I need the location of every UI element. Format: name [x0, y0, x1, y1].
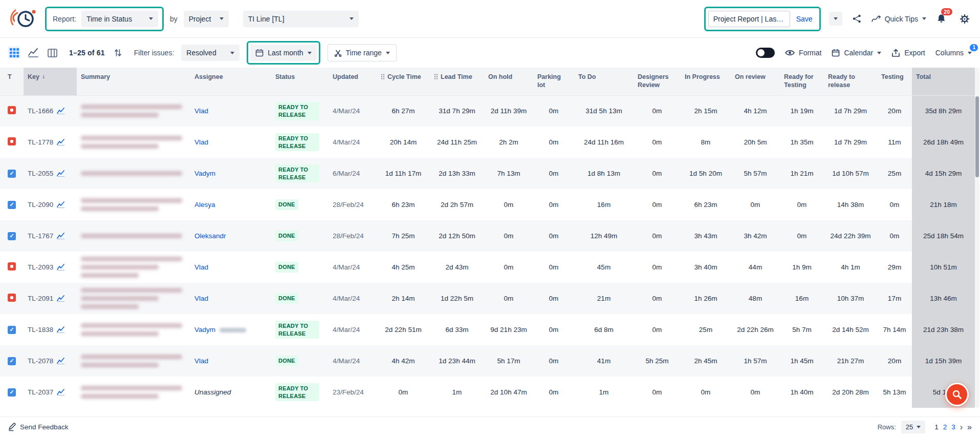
issue-key[interactable]: TL-2055 — [28, 170, 53, 177]
col-in-progress[interactable]: In Progress — [681, 68, 731, 95]
issue-type-cell — [0, 127, 24, 158]
status-lozenge: DONE — [275, 231, 298, 241]
format-button[interactable]: Format — [785, 49, 821, 57]
redacted-text-line — [81, 171, 182, 176]
time-cell: 0m — [533, 283, 574, 314]
issue-key[interactable]: TL-1666 — [28, 107, 53, 115]
toggle-knob — [757, 49, 765, 56]
last-page-button[interactable]: » — [967, 423, 972, 431]
issue-chart-icon[interactable] — [57, 264, 65, 270]
updated-cell: 4/Mar/24 — [329, 252, 377, 283]
assignee-link[interactable]: Vlad — [194, 357, 208, 365]
time-cell: 12h 49m — [574, 220, 634, 252]
time-cell: 2d 13h 33m — [430, 158, 484, 189]
issue-key[interactable]: TL-1778 — [28, 138, 53, 146]
issue-chart-icon[interactable] — [57, 389, 65, 396]
col-testing[interactable]: Testing — [877, 68, 912, 95]
page-2[interactable]: 2 — [943, 423, 947, 431]
send-feedback-button[interactable]: Send Feedback — [8, 423, 69, 431]
assignee-link[interactable]: Vlad — [194, 107, 208, 115]
assignee-link[interactable]: Vlad — [194, 295, 208, 302]
chart-view-button[interactable] — [27, 47, 40, 59]
issue-chart-icon[interactable] — [57, 201, 65, 208]
col-in-progress-label: In Progress — [685, 73, 720, 80]
issue-key[interactable]: TL-1838 — [28, 326, 53, 334]
assignee-link[interactable]: Vadym — [194, 170, 215, 177]
issue-key[interactable]: TL-2091 — [28, 295, 53, 302]
period-filter-select[interactable]: Last month — [250, 45, 316, 61]
col-designers-review[interactable]: Designers Review — [634, 68, 681, 95]
next-page-button[interactable]: › — [960, 423, 963, 431]
app-logo-icon[interactable] — [8, 6, 39, 32]
issue-chart-icon[interactable] — [57, 326, 65, 333]
assignee-link[interactable]: Vadym — [194, 326, 215, 334]
quick-tips-button[interactable]: Quick Tips — [872, 15, 926, 23]
project-select[interactable]: TI Line [TL] — [243, 11, 359, 27]
grid-view-button[interactable] — [8, 47, 20, 59]
issue-chart-icon[interactable] — [57, 358, 65, 364]
report-type-select[interactable]: Time in Status — [81, 11, 158, 27]
rows-per-page-select[interactable]: 25 — [901, 421, 925, 433]
issue-chart-icon[interactable] — [57, 108, 65, 114]
issue-key[interactable]: TL-2037 — [28, 388, 53, 396]
col-type[interactable]: T — [0, 68, 24, 95]
issue-key[interactable]: TL-2078 — [28, 357, 53, 365]
col-updated[interactable]: Updated — [329, 68, 377, 95]
redacted-text-line — [81, 363, 159, 367]
time-cell: 21h 27m — [824, 345, 877, 377]
col-parking-lot[interactable]: Parking lot — [533, 68, 574, 95]
col-assignee[interactable]: Assignee — [190, 68, 271, 95]
status-filter-select[interactable]: Resolved — [181, 45, 239, 61]
export-button[interactable]: Export — [891, 49, 925, 57]
assignee-link[interactable]: Oleksandr — [194, 232, 226, 240]
assignee-link[interactable]: Vlad — [194, 263, 208, 271]
issue-key[interactable]: TL-1767 — [28, 232, 53, 240]
group-by-select[interactable]: Project — [184, 11, 229, 27]
calendar-button[interactable]: Calendar — [832, 49, 881, 57]
col-to-do[interactable]: To Do — [574, 68, 634, 95]
assignee-link[interactable]: Vlad — [194, 138, 208, 146]
save-options-button[interactable] — [829, 12, 842, 26]
assignee-link[interactable]: Alesya — [194, 201, 215, 209]
col-ready-for-testing[interactable]: Ready for Testing — [780, 68, 824, 95]
col-on-hold[interactable]: On hold — [484, 68, 533, 95]
col-summary[interactable]: Summary — [77, 68, 190, 95]
color-mode-toggle[interactable] — [756, 48, 775, 58]
report-name-input[interactable] — [708, 11, 790, 27]
issue-chart-icon[interactable] — [57, 170, 65, 177]
page-1[interactable]: 1 — [934, 423, 939, 431]
notifications-button[interactable]: 20 — [934, 12, 949, 26]
columns-button[interactable]: Columns 1 — [935, 49, 972, 57]
refresh-button[interactable] — [112, 47, 124, 59]
issue-chart-icon[interactable] — [57, 139, 65, 145]
col-status[interactable]: Status — [271, 68, 329, 95]
share-button[interactable] — [851, 12, 863, 25]
issue-summary-cell — [77, 189, 190, 220]
time-cell: 0m — [634, 127, 681, 158]
table-row: ✓TL-2037UnassignedREADY TO RELEASE23/Feb… — [0, 377, 975, 408]
time-range-button[interactable]: Time range — [328, 44, 397, 61]
table-row: TL-1666VladREADY TO RELEASE4/Mar/246h 27… — [0, 95, 975, 127]
assignee-cell: Vlad — [190, 283, 271, 314]
issue-key[interactable]: TL-2090 — [28, 201, 53, 209]
issue-summary-cell — [77, 158, 190, 189]
col-on-review[interactable]: On review — [731, 68, 780, 95]
vertical-scrollbar[interactable] — [975, 68, 979, 408]
scrollbar-thumb[interactable] — [975, 96, 979, 177]
issue-chart-icon[interactable] — [57, 295, 65, 302]
issue-key[interactable]: TL-2093 — [28, 263, 53, 271]
page-3[interactable]: 3 — [951, 423, 955, 431]
col-ready-to-release[interactable]: Ready to release — [824, 68, 877, 95]
save-button[interactable]: Save — [792, 12, 817, 26]
report-type-highlight: Report: Time in Status — [45, 7, 164, 31]
spotlight-search-button[interactable] — [945, 383, 969, 406]
issue-chart-icon[interactable] — [57, 233, 65, 239]
col-key[interactable]: Key ↓ — [24, 68, 77, 95]
settings-button[interactable] — [957, 12, 972, 26]
col-cycle-time[interactable]: Cycle Time — [377, 68, 430, 95]
col-total[interactable]: Total — [912, 68, 975, 95]
col-lead-time[interactable]: Lead Time — [430, 68, 484, 95]
time-cell: 1d 23h 44m — [430, 345, 484, 377]
board-view-button[interactable] — [46, 47, 59, 59]
issue-key-cell: TL-2037 — [24, 377, 77, 408]
